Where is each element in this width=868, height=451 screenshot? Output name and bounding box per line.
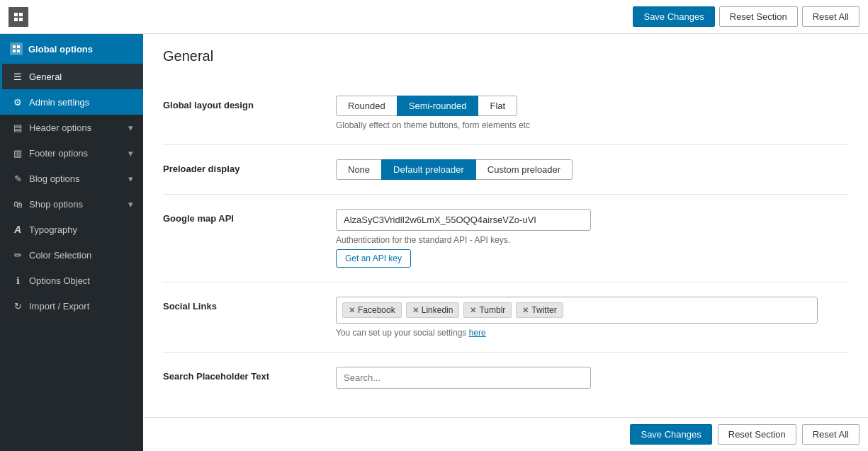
chevron-down-icon-shop: ▾ [128, 199, 133, 210]
svg-rect-3 [19, 18, 23, 21]
blog-options-icon: ✎ [12, 173, 23, 184]
get-api-key-link[interactable]: Get an API key [336, 249, 411, 268]
google-map-api-row: Google map API Authentication for the st… [163, 195, 848, 282]
google-map-api-input[interactable] [336, 209, 591, 231]
search-placeholder-row: Search Placeholder Text [163, 353, 848, 403]
social-links-row: Social Links ✕ Facebook ✕ Linkedin ✕ [163, 282, 848, 353]
none-button[interactable]: None [336, 159, 382, 180]
chevron-down-icon: ▾ [128, 122, 133, 133]
remove-tumblr-icon[interactable]: ✕ [470, 306, 476, 315]
remove-twitter-icon[interactable]: ✕ [522, 306, 529, 315]
social-tag-label-twitter: Twitter [531, 305, 556, 315]
sidebar-item-admin-settings[interactable]: ⚙ Admin settings [0, 89, 143, 115]
svg-rect-2 [14, 18, 18, 21]
top-bar-left [9, 7, 28, 27]
default-preloader-button[interactable]: Default preloader [381, 159, 476, 180]
shop-options-icon: 🛍 [12, 198, 23, 210]
svg-rect-4 [13, 45, 16, 48]
social-tags-container[interactable]: ✕ Facebook ✕ Linkedin ✕ Tumblr ✕ [336, 297, 818, 324]
sidebar-item-shop-options[interactable]: 🛍 Shop options ▾ [0, 191, 143, 217]
sidebar: Global options ☰ General ⚙ Admin setting… [0, 34, 143, 451]
sidebar-item-blog-options[interactable]: ✎ Blog options ▾ [0, 166, 143, 191]
sidebar-item-footer-options[interactable]: ▥ Footer options ▾ [0, 140, 143, 166]
header-options-icon: ▤ [12, 122, 23, 133]
global-layout-design-label: Global layout design [163, 96, 319, 110]
sidebar-item-label-color: Color Selection [29, 250, 133, 261]
social-tag-tumblr: ✕ Tumblr [463, 302, 512, 318]
remove-linkedin-icon[interactable]: ✕ [412, 306, 419, 315]
reset-section-button-top[interactable]: Reset Section [719, 6, 798, 27]
sidebar-item-label-typography: Typography [29, 224, 133, 235]
social-tag-label-tumblr: Tumblr [479, 305, 505, 315]
sidebar-item-color-selection[interactable]: ✏ Color Selection [0, 242, 143, 268]
google-map-api-control: Authentication for the standard API - AP… [336, 209, 848, 268]
google-map-api-help: Authentication for the standard API - AP… [336, 235, 848, 245]
sidebar-item-label-general: General [29, 72, 133, 82]
sidebar-app-title: Global options [28, 44, 93, 55]
reset-section-button-bottom[interactable]: Reset Section [718, 424, 796, 445]
social-links-help-text: You can set up your social settings [336, 328, 469, 338]
top-bar-actions: Save Changes Reset Section Reset All [633, 6, 859, 27]
social-tag-label-linkedin: Linkedin [422, 305, 453, 315]
save-changes-button-bottom[interactable]: Save Changes [630, 424, 711, 445]
layout-design-button-group: Rounded Semi-rounded Flat [336, 96, 848, 116]
custom-preloader-button[interactable]: Custom preloader [475, 159, 573, 180]
semi-rounded-button[interactable]: Semi-rounded [397, 96, 479, 116]
options-object-icon: ℹ [12, 275, 23, 286]
color-selection-icon: ✏ [12, 249, 23, 261]
preloader-button-group: None Default preloader Custom preloader [336, 159, 848, 180]
content-inner: General Global layout design Rounded Sem… [143, 34, 868, 417]
reset-all-button-top[interactable]: Reset All [802, 6, 859, 27]
main-layout: Global options ☰ General ⚙ Admin setting… [0, 34, 868, 451]
footer-options-icon: ▥ [12, 147, 23, 159]
social-links-control: ✕ Facebook ✕ Linkedin ✕ Tumblr ✕ [336, 297, 848, 338]
preloader-display-control: None Default preloader Custom preloader [336, 159, 848, 180]
reset-all-button-bottom[interactable]: Reset All [802, 424, 859, 445]
sidebar-header: Global options [0, 34, 143, 64]
typography-icon: A [12, 224, 23, 235]
social-tag-label-facebook: Facebook [358, 305, 395, 315]
global-layout-design-row: Global layout design Rounded Semi-rounde… [163, 81, 848, 145]
preloader-display-label: Preloader display [163, 159, 319, 174]
svg-rect-5 [17, 45, 20, 48]
chevron-down-icon-blog: ▾ [128, 173, 133, 184]
sidebar-item-label-header: Header options [29, 122, 123, 133]
sidebar-item-label-options: Options Object [29, 275, 133, 286]
sidebar-item-label-blog: Blog options [29, 173, 123, 184]
sidebar-item-label-admin: Admin settings [29, 97, 133, 108]
search-placeholder-control [336, 367, 848, 389]
svg-rect-1 [19, 13, 23, 16]
social-links-here-link[interactable]: here [469, 328, 486, 338]
sidebar-item-label-footer: Footer options [29, 148, 123, 159]
remove-facebook-icon[interactable]: ✕ [349, 306, 355, 315]
chevron-down-icon-footer: ▾ [128, 148, 133, 159]
sidebar-logo-icon [10, 42, 23, 55]
flat-button[interactable]: Flat [478, 96, 517, 116]
rounded-button[interactable]: Rounded [336, 96, 398, 116]
admin-settings-icon: ⚙ [12, 96, 23, 108]
svg-rect-6 [13, 50, 16, 52]
sidebar-item-general[interactable]: ☰ General [0, 64, 143, 89]
google-map-api-label: Google map API [163, 209, 319, 224]
social-tag-linkedin: ✕ Linkedin [406, 302, 460, 318]
sidebar-item-typography[interactable]: A Typography [0, 217, 143, 242]
global-layout-help: Globally effect on theme buttons, form e… [336, 120, 848, 130]
social-links-help: You can set up your social settings here [336, 328, 848, 338]
sidebar-item-label-shop: Shop options [29, 199, 123, 210]
sidebar-item-import-export[interactable]: ↻ Import / Export [0, 293, 143, 319]
sidebar-item-header-options[interactable]: ▤ Header options ▾ [0, 115, 143, 140]
save-changes-button-top[interactable]: Save Changes [633, 6, 714, 27]
content-area: General Global layout design Rounded Sem… [143, 34, 868, 451]
search-placeholder-label: Search Placeholder Text [163, 367, 319, 382]
global-layout-design-control: Rounded Semi-rounded Flat Globally effec… [336, 96, 848, 130]
general-icon: ☰ [12, 71, 23, 82]
svg-rect-7 [17, 50, 20, 52]
menu-icon [9, 7, 28, 27]
preloader-display-row: Preloader display None Default preloader… [163, 145, 848, 195]
import-export-icon: ↻ [12, 300, 23, 312]
bottom-bar: Save Changes Reset Section Reset All [143, 417, 868, 451]
sidebar-item-options-object[interactable]: ℹ Options Object [0, 268, 143, 293]
search-placeholder-input[interactable] [336, 367, 591, 389]
social-tag-twitter: ✕ Twitter [516, 302, 563, 318]
page-title: General [163, 48, 848, 64]
